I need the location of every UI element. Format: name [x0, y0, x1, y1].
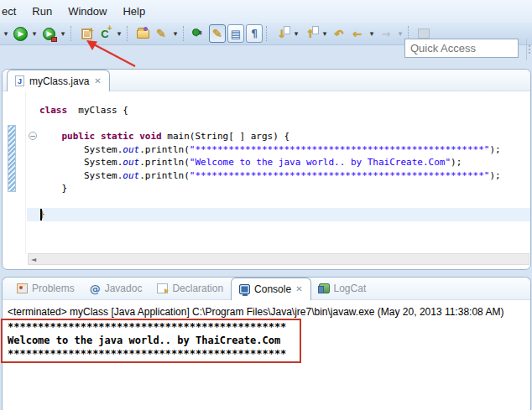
method-range-indicator [8, 125, 16, 192]
previous-annotation-dropdown-icon[interactable]: ▾ [321, 24, 329, 43]
perspective-bar-handle[interactable] [526, 39, 531, 60]
external-tools-dropdown-icon[interactable]: ▾ [59, 24, 67, 43]
code-line: class myClass { [39, 104, 501, 117]
flag-icon: ⚑ [195, 28, 204, 39]
editor-tab-myclass[interactable]: J myClass.java ✕ [7, 70, 110, 91]
toolbar-separator [183, 26, 187, 41]
editor-horizontal-scrollbar[interactable]: ◄ [28, 253, 529, 265]
open-task-button[interactable] [134, 24, 151, 43]
console-status-line: <terminated> myClass [Java Application] … [8, 306, 503, 318]
highlighter-icon: ✎ [212, 27, 222, 40]
pencil-icon: ✎ [156, 27, 166, 40]
editor-panel: J myClass.java ✕ − class myClass { publi… [2, 69, 531, 270]
quick-access-box [404, 39, 519, 58]
tab-logcat[interactable]: LogCat [311, 278, 374, 300]
next-annotation-button[interactable]: ↓ [274, 24, 290, 43]
javadoc-icon: @ [90, 283, 101, 295]
code-line: System.out.println("********************… [39, 169, 501, 183]
code-line: } [39, 208, 501, 221]
run-dropdown-icon[interactable]: ▾ [30, 24, 39, 43]
show-selected-element-button[interactable]: ▤ [227, 24, 244, 43]
forward-arrow-icon: → [382, 28, 391, 40]
editor-gutter [3, 91, 26, 254]
scroll-left-icon[interactable]: ◄ [29, 256, 39, 263]
flag-navigation-button[interactable]: ⚑ [190, 24, 207, 43]
code-line: System.out.println("********************… [39, 143, 501, 157]
tab-problems-label: Problems [32, 283, 75, 294]
tab-console[interactable]: Console ✕ [231, 278, 310, 300]
code-editor[interactable]: − class myClass { public static void mai… [3, 91, 530, 254]
tab-problems[interactable]: Problems [9, 278, 82, 300]
console-tab-close-icon[interactable]: ✕ [295, 284, 302, 293]
paragraph-icon: ¶ [251, 28, 258, 39]
tab-javadoc-label: Javadoc [105, 283, 143, 294]
problems-icon [17, 283, 28, 293]
quick-access-input[interactable] [405, 39, 518, 57]
toolbar-separator [266, 26, 270, 41]
annotation-box [1, 319, 301, 363]
code-line: } [39, 182, 501, 195]
new-class-button[interactable]: C+ [96, 24, 113, 43]
back-button[interactable]: ← [349, 24, 366, 43]
code-text: class myClass { public static void main(… [39, 104, 501, 234]
pin-icon [418, 29, 430, 39]
tab-declaration-label: Declaration [172, 283, 223, 294]
search-dropdown-icon[interactable]: ▾ [171, 24, 180, 43]
toolbox-icon [51, 37, 57, 42]
toolbar-separator [127, 26, 131, 41]
tab-javadoc[interactable]: @ Javadoc [82, 278, 150, 300]
run-button[interactable]: ▶ [12, 24, 29, 43]
forward-button[interactable]: → [378, 24, 394, 43]
menu-item-help[interactable]: Help [117, 2, 150, 21]
back-arrow-icon: ← [353, 28, 362, 40]
logcat-icon [319, 283, 330, 293]
last-edit-location-button[interactable]: ↶ [331, 24, 347, 43]
code-line [39, 117, 501, 131]
forward-dropdown-icon: ▾ [396, 24, 404, 43]
text-caret [40, 209, 42, 221]
menu-item-project-partial[interactable]: ect [0, 2, 21, 21]
menu-item-window[interactable]: Window [63, 2, 112, 21]
console-icon [239, 284, 250, 294]
cropped-dropdown-icon[interactable]: ▾ [2, 24, 10, 43]
up-arrow-icon: ↑ [306, 28, 316, 40]
tab-logcat-label: LogCat [334, 283, 367, 294]
code-line [39, 221, 501, 235]
java-file-icon: J [15, 75, 24, 86]
tab-close-icon[interactable]: ✕ [94, 76, 101, 86]
run-external-tools-button[interactable]: ▶ [40, 24, 57, 43]
tab-console-label: Console [254, 283, 291, 295]
menu-item-run[interactable]: Run [27, 2, 57, 21]
code-line [39, 195, 501, 209]
previous-annotation-button[interactable]: ↑ [302, 24, 319, 43]
folder-icon [137, 29, 149, 39]
show-whitespace-toggle[interactable]: ¶ [246, 24, 263, 43]
code-line: public static void main(String[ ] args) … [39, 130, 501, 143]
grid-icon: + [81, 29, 92, 39]
toolbar-separator [70, 26, 75, 41]
back-dropdown-icon[interactable]: ▾ [368, 24, 376, 43]
tab-declaration[interactable]: Declaration [149, 278, 231, 300]
mark-occurrences-toggle[interactable]: ✎ [209, 24, 226, 43]
new-class-dropdown-icon[interactable]: ▾ [115, 24, 123, 43]
editor-tab-strip: J myClass.java ✕ [3, 70, 530, 91]
menu-bar: ect Run Window Help [0, 0, 532, 23]
next-annotation-dropdown-icon[interactable]: ▾ [292, 24, 300, 43]
fold-collapse-icon[interactable]: − [29, 132, 37, 140]
code-line: System.out.println("Welcome to the java … [39, 156, 501, 169]
declaration-icon [157, 283, 168, 293]
class-icon: C+ [101, 28, 108, 40]
console-tab-strip: Problems @ Javadoc Declaration Console ✕… [3, 278, 530, 300]
search-button[interactable]: ✎ [153, 24, 170, 43]
run-icon: ▶ [13, 27, 28, 41]
last-edit-arrow-icon: ↶ [335, 28, 344, 40]
down-arrow-icon: ↓ [278, 28, 287, 40]
editor-tab-label: myClass.java [29, 75, 89, 87]
new-java-project-button[interactable]: + [78, 24, 95, 43]
list-icon: ▤ [231, 28, 241, 40]
